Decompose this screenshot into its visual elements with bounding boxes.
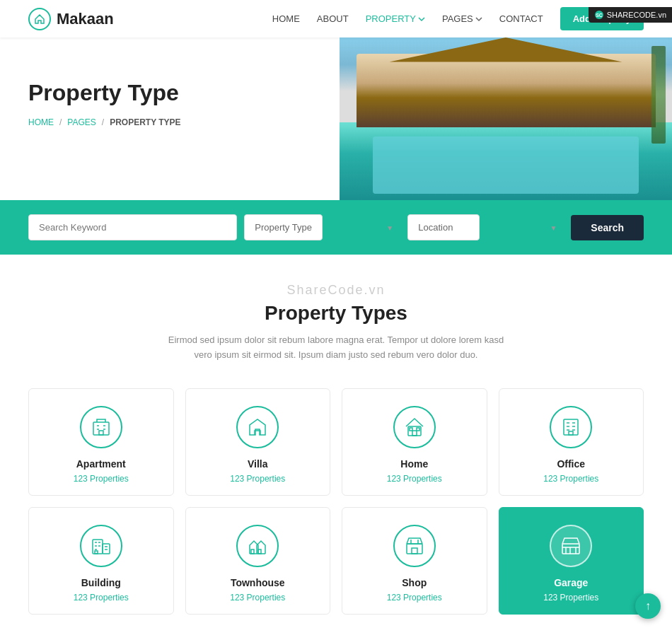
- building-icon: [80, 525, 122, 567]
- svg-rect-36: [412, 548, 417, 554]
- search-keyword-input[interactable]: [28, 214, 237, 240]
- svg-rect-12: [564, 419, 578, 435]
- svg-rect-33: [407, 544, 422, 554]
- main-content: ShareCode.vn Property Types Eirmod sed i…: [0, 255, 672, 640]
- card-name-building: Building: [40, 577, 162, 588]
- svg-rect-31: [258, 549, 261, 554]
- svg-rect-37: [562, 544, 579, 554]
- apartment-icon: [80, 406, 122, 448]
- property-card-building[interactable]: Building 123 Properties: [28, 507, 174, 615]
- nav-property[interactable]: PROPERTY: [366, 13, 425, 24]
- scroll-to-top-button[interactable]: ↑: [635, 593, 661, 619]
- nav-about[interactable]: ABOUT: [317, 13, 349, 24]
- property-grid-row1: Apartment 123 Properties Villa 123 Prope…: [28, 388, 644, 496]
- sharecode-badge: SC SHARECODE.vn: [589, 7, 672, 23]
- svg-rect-19: [569, 431, 573, 435]
- card-count-villa: 123 Properties: [197, 474, 319, 484]
- page-title: Property Type: [28, 80, 311, 106]
- svg-rect-11: [417, 428, 419, 431]
- property-card-villa[interactable]: Villa 123 Properties: [185, 388, 331, 496]
- section-title: Property Types: [28, 302, 644, 325]
- card-count-office: 123 Properties: [511, 474, 632, 484]
- property-card-townhouse[interactable]: Townhouse 123 Properties: [185, 507, 331, 615]
- card-name-garage: Garage: [511, 577, 632, 588]
- property-grid-row2: Building 123 Properties Townhouse 123 Pr…: [28, 507, 644, 615]
- property-card-shop[interactable]: Shop 123 Properties: [342, 507, 487, 615]
- svg-text:SC: SC: [596, 13, 603, 18]
- navbar: Makaan HOME ABOUT PROPERTY PAGES CONTACT…: [0, 0, 672, 37]
- location-select[interactable]: Location New York Los Angeles Chicago: [407, 214, 480, 240]
- svg-rect-9: [412, 431, 417, 436]
- townhouse-icon: [236, 525, 279, 567]
- card-name-shop: Shop: [354, 577, 475, 588]
- breadcrumb-current: PROPERTY TYPE: [110, 117, 180, 127]
- card-count-garage: 123 Properties: [511, 593, 632, 603]
- breadcrumb: HOME / PAGES / PROPERTY TYPE: [28, 117, 311, 127]
- property-card-apartment[interactable]: Apartment 123 Properties: [28, 388, 174, 496]
- card-count-home: 123 Properties: [354, 474, 475, 484]
- property-type-select-wrap: Property Type Apartment Villa Home Offic…: [244, 214, 400, 240]
- svg-rect-21: [103, 544, 110, 554]
- svg-rect-2: [93, 422, 109, 435]
- svg-rect-7: [99, 431, 103, 435]
- office-icon: [550, 406, 592, 448]
- svg-rect-29: [95, 551, 98, 554]
- villa-icon: [236, 406, 279, 448]
- card-name-office: Office: [511, 458, 632, 470]
- property-card-home[interactable]: Home 123 Properties: [342, 388, 487, 496]
- chevron-down-icon: [418, 16, 425, 23]
- card-count-building: 123 Properties: [40, 593, 162, 603]
- logo[interactable]: Makaan: [28, 8, 114, 30]
- svg-rect-10: [410, 428, 412, 431]
- chevron-down-icon: [475, 16, 482, 23]
- card-name-townhouse: Townhouse: [197, 577, 319, 588]
- card-count-shop: 123 Properties: [354, 593, 475, 603]
- hero-image: [340, 37, 672, 200]
- search-bar: Property Type Apartment Villa Home Offic…: [0, 200, 672, 255]
- breadcrumb-home[interactable]: HOME: [28, 117, 54, 127]
- card-name-home: Home: [354, 458, 475, 470]
- card-count-apartment: 123 Properties: [40, 474, 162, 484]
- logo-icon: [28, 8, 51, 30]
- card-name-villa: Villa: [197, 458, 319, 470]
- garage-icon: [550, 525, 592, 567]
- watermark: ShareCode.vn: [28, 283, 644, 298]
- breadcrumb-pages[interactable]: PAGES: [67, 117, 95, 127]
- card-count-townhouse: 123 Properties: [197, 593, 319, 603]
- brand-name: Makaan: [57, 10, 114, 28]
- search-button[interactable]: Search: [571, 215, 644, 240]
- shop-icon: [393, 525, 436, 567]
- home-icon: [393, 406, 436, 448]
- hero-section: Property Type HOME / PAGES / PROPERTY TY…: [0, 37, 672, 200]
- property-type-select[interactable]: Property Type Apartment Villa Home Offic…: [244, 214, 323, 240]
- property-card-garage[interactable]: Garage 123 Properties: [499, 507, 644, 615]
- svg-rect-30: [251, 549, 254, 554]
- nav-pages[interactable]: PAGES: [442, 13, 482, 24]
- location-select-wrap: Location New York Los Angeles Chicago: [407, 214, 564, 240]
- nav-home[interactable]: HOME: [272, 13, 300, 24]
- card-name-apartment: Apartment: [40, 458, 162, 470]
- nav-contact[interactable]: CONTACT: [499, 13, 543, 24]
- property-card-office[interactable]: Office 123 Properties: [499, 388, 644, 496]
- section-description: Eirmod sed ipsum dolor sit rebum labore …: [159, 333, 513, 363]
- hero-left: Property Type HOME / PAGES / PROPERTY TY…: [0, 37, 340, 200]
